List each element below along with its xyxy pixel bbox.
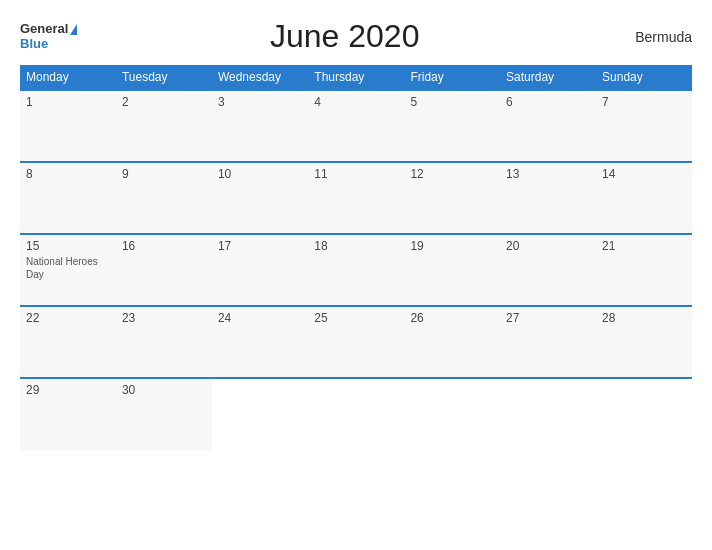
day-number: 9 xyxy=(122,167,206,181)
day-number: 11 xyxy=(314,167,398,181)
table-row: 12 xyxy=(404,162,500,234)
logo-blue-text: Blue xyxy=(20,37,77,51)
table-row: 2 xyxy=(116,90,212,162)
table-row: 10 xyxy=(212,162,308,234)
table-row: 1 xyxy=(20,90,116,162)
table-row: 27 xyxy=(500,306,596,378)
logo-general-text: General xyxy=(20,22,68,36)
day-number: 24 xyxy=(218,311,302,325)
table-row: 13 xyxy=(500,162,596,234)
table-row: 24 xyxy=(212,306,308,378)
table-row: 28 xyxy=(596,306,692,378)
calendar-week-row: 891011121314 xyxy=(20,162,692,234)
day-number: 16 xyxy=(122,239,206,253)
col-thursday: Thursday xyxy=(308,65,404,90)
day-number: 5 xyxy=(410,95,494,109)
col-tuesday: Tuesday xyxy=(116,65,212,90)
calendar-header-row: Monday Tuesday Wednesday Thursday Friday… xyxy=(20,65,692,90)
col-saturday: Saturday xyxy=(500,65,596,90)
day-number: 21 xyxy=(602,239,686,253)
day-number: 8 xyxy=(26,167,110,181)
calendar-week-row: 2930 xyxy=(20,378,692,450)
header: General Blue June 2020 Bermuda xyxy=(20,18,692,55)
table-row: 22 xyxy=(20,306,116,378)
day-number: 4 xyxy=(314,95,398,109)
day-number: 12 xyxy=(410,167,494,181)
day-number: 22 xyxy=(26,311,110,325)
table-row xyxy=(212,378,308,450)
day-number: 20 xyxy=(506,239,590,253)
calendar-table: Monday Tuesday Wednesday Thursday Friday… xyxy=(20,65,692,450)
day-number: 29 xyxy=(26,383,110,397)
table-row: 29 xyxy=(20,378,116,450)
table-row: 19 xyxy=(404,234,500,306)
col-monday: Monday xyxy=(20,65,116,90)
table-row: 25 xyxy=(308,306,404,378)
day-number: 17 xyxy=(218,239,302,253)
month-title: June 2020 xyxy=(77,18,612,55)
day-number: 28 xyxy=(602,311,686,325)
day-number: 30 xyxy=(122,383,206,397)
table-row xyxy=(308,378,404,450)
day-number: 18 xyxy=(314,239,398,253)
day-number: 26 xyxy=(410,311,494,325)
day-number: 6 xyxy=(506,95,590,109)
page: General Blue June 2020 Bermuda Monday Tu… xyxy=(0,0,712,550)
table-row: 16 xyxy=(116,234,212,306)
calendar-week-row: 15National Heroes Day161718192021 xyxy=(20,234,692,306)
region-label: Bermuda xyxy=(612,29,692,45)
day-number: 10 xyxy=(218,167,302,181)
table-row: 30 xyxy=(116,378,212,450)
table-row: 4 xyxy=(308,90,404,162)
col-friday: Friday xyxy=(404,65,500,90)
day-number: 25 xyxy=(314,311,398,325)
col-wednesday: Wednesday xyxy=(212,65,308,90)
table-row: 21 xyxy=(596,234,692,306)
day-number: 23 xyxy=(122,311,206,325)
day-number: 14 xyxy=(602,167,686,181)
table-row xyxy=(596,378,692,450)
logo: General Blue xyxy=(20,22,77,51)
day-number: 1 xyxy=(26,95,110,109)
day-number: 7 xyxy=(602,95,686,109)
table-row: 17 xyxy=(212,234,308,306)
day-number: 15 xyxy=(26,239,110,253)
calendar-week-row: 1234567 xyxy=(20,90,692,162)
table-row: 3 xyxy=(212,90,308,162)
day-number: 27 xyxy=(506,311,590,325)
table-row: 23 xyxy=(116,306,212,378)
table-row: 20 xyxy=(500,234,596,306)
day-number: 3 xyxy=(218,95,302,109)
table-row xyxy=(404,378,500,450)
table-row: 11 xyxy=(308,162,404,234)
day-number: 13 xyxy=(506,167,590,181)
table-row xyxy=(500,378,596,450)
table-row: 8 xyxy=(20,162,116,234)
day-number: 2 xyxy=(122,95,206,109)
table-row: 7 xyxy=(596,90,692,162)
table-row: 14 xyxy=(596,162,692,234)
table-row: 9 xyxy=(116,162,212,234)
table-row: 15National Heroes Day xyxy=(20,234,116,306)
table-row: 5 xyxy=(404,90,500,162)
col-sunday: Sunday xyxy=(596,65,692,90)
table-row: 26 xyxy=(404,306,500,378)
table-row: 6 xyxy=(500,90,596,162)
calendar-week-row: 22232425262728 xyxy=(20,306,692,378)
table-row: 18 xyxy=(308,234,404,306)
logo-triangle-icon xyxy=(70,24,77,35)
day-number: 19 xyxy=(410,239,494,253)
day-event-label: National Heroes Day xyxy=(26,255,110,281)
